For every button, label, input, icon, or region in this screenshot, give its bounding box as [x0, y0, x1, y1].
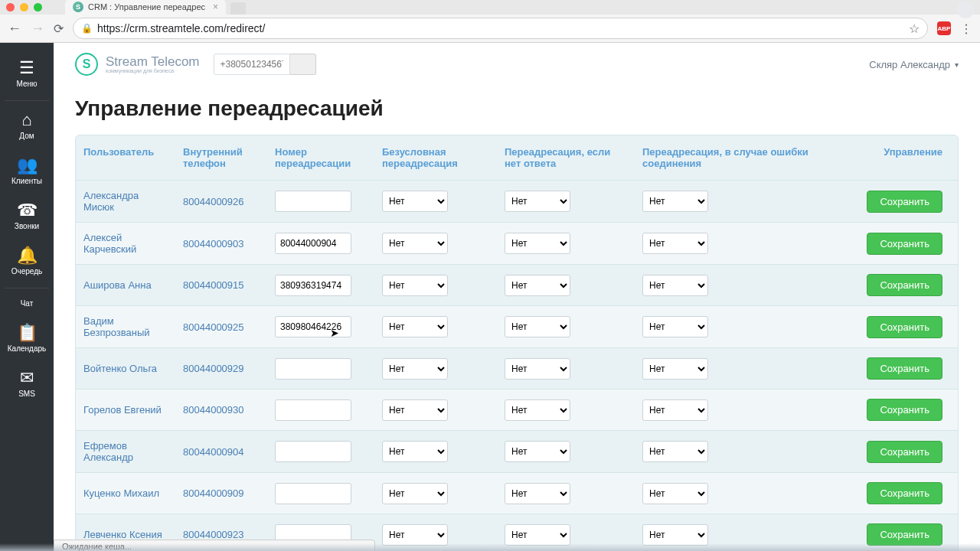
col-user: Пользователь: [76, 135, 175, 180]
sidebar-item-calendar[interactable]: 📋 Календарь: [0, 317, 54, 362]
unconditional-select[interactable]: Нет: [382, 191, 448, 212]
redirect-number-input[interactable]: [275, 483, 351, 504]
redirect-number-input[interactable]: [275, 233, 351, 254]
sidebar-item-home[interactable]: ⌂ Дом: [0, 104, 54, 149]
save-button[interactable]: Сохранить: [867, 191, 942, 213]
reload-icon[interactable]: ⟳: [54, 21, 64, 36]
ext-phone[interactable]: 80044000926: [183, 196, 244, 207]
user-link[interactable]: Аширова Анна: [83, 279, 152, 291]
phone-search-button[interactable]: [290, 54, 316, 75]
redirect-number-input[interactable]: [275, 358, 351, 380]
ext-phone[interactable]: 80044000904: [183, 446, 244, 458]
address-bar[interactable]: 🔒 https://crm.streamtele.com/redirect/ ☆: [73, 18, 928, 39]
error-select[interactable]: Нет: [642, 483, 708, 504]
sidebar-item-chat[interactable]: Чат: [0, 292, 54, 317]
save-button[interactable]: Сохранить: [867, 357, 942, 380]
unconditional-select[interactable]: Нет: [382, 233, 448, 254]
redirect-number-input[interactable]: [275, 275, 351, 296]
error-select[interactable]: Нет: [642, 358, 708, 380]
user-link[interactable]: Горелов Евгений: [83, 404, 162, 416]
sidebar-item-label: Календарь: [8, 344, 46, 353]
noanswer-select[interactable]: Нет: [505, 191, 570, 212]
save-button[interactable]: Сохранить: [867, 274, 942, 296]
nav-back-icon[interactable]: ←: [8, 21, 21, 37]
nav-forward-icon: →: [31, 21, 44, 37]
error-select[interactable]: Нет: [642, 191, 708, 212]
error-select[interactable]: Нет: [642, 399, 708, 421]
user-link[interactable]: Ефремов Александр: [83, 440, 133, 463]
user-link[interactable]: Войтенко Ольга: [83, 363, 157, 374]
sidebar: ☰ Меню ⌂ Дом 👥 Клиенты ☎ Звонки 🔔 Очеред…: [0, 43, 54, 551]
sidebar-item-menu[interactable]: ☰ Меню: [0, 52, 54, 97]
logo-icon: [75, 53, 98, 76]
new-tab-button[interactable]: [230, 2, 246, 15]
error-select[interactable]: Нет: [642, 316, 708, 337]
redirect-number-input[interactable]: [275, 399, 351, 421]
error-select[interactable]: Нет: [642, 275, 708, 296]
save-button[interactable]: Сохранить: [867, 316, 942, 338]
browser-menu-icon[interactable]: ⋯: [959, 22, 974, 34]
ext-phone[interactable]: 80044000923: [183, 529, 244, 540]
table-row: Войтенко Ольга80044000929НетНетНетСохран…: [76, 347, 958, 389]
user-menu[interactable]: Скляр Александр ▾: [869, 59, 959, 70]
browser-tab[interactable]: S CRM : Управление переадрес ×: [65, 0, 226, 15]
ext-phone[interactable]: 80044000903: [183, 238, 244, 249]
unconditional-select[interactable]: Нет: [382, 441, 448, 462]
user-link[interactable]: Вадим Безпрозваный: [83, 315, 150, 338]
phone-search-input[interactable]: [214, 54, 290, 75]
noanswer-select[interactable]: Нет: [505, 483, 570, 504]
sidebar-item-calls[interactable]: ☎ Звонки: [0, 194, 54, 240]
noanswer-select[interactable]: Нет: [505, 441, 570, 462]
error-select[interactable]: Нет: [642, 233, 708, 254]
user-link[interactable]: Левченко Ксения: [83, 529, 162, 540]
unconditional-select[interactable]: Нет: [382, 483, 448, 504]
sidebar-item-clients[interactable]: 👥 Клиенты: [0, 149, 54, 194]
window-maximize-icon[interactable]: [34, 3, 42, 11]
unconditional-select[interactable]: Нет: [382, 275, 448, 296]
col-manage: Управление: [834, 135, 958, 180]
table-row: Аширова Анна80044000915НетНетНетСохранит…: [76, 264, 958, 305]
save-button[interactable]: Сохранить: [867, 233, 942, 255]
adblock-icon[interactable]: ABP: [937, 21, 951, 35]
noanswer-select[interactable]: Нет: [505, 275, 570, 296]
user-link[interactable]: Александра Мисюк: [83, 190, 139, 213]
sidebar-item-queue[interactable]: 🔔 Очередь: [0, 240, 54, 285]
noanswer-select[interactable]: Нет: [505, 233, 570, 254]
noanswer-select[interactable]: Нет: [505, 358, 570, 380]
browser-profile-icon[interactable]: [957, 2, 974, 18]
unconditional-select[interactable]: Нет: [382, 524, 448, 546]
ext-phone[interactable]: 80044000925: [183, 321, 244, 333]
save-button[interactable]: Сохранить: [867, 523, 942, 546]
dock-strip: [0, 543, 980, 551]
save-button[interactable]: Сохранить: [867, 441, 942, 463]
unconditional-select[interactable]: Нет: [382, 316, 448, 337]
bookmark-star-icon[interactable]: ☆: [909, 21, 920, 36]
user-link[interactable]: Куценко Михаил: [83, 487, 159, 499]
error-select[interactable]: Нет: [642, 524, 708, 546]
noanswer-select[interactable]: Нет: [505, 399, 570, 421]
redirect-number-input[interactable]: [275, 191, 351, 212]
error-select[interactable]: Нет: [642, 441, 708, 462]
window-close-icon[interactable]: [6, 3, 15, 11]
redirect-number-input[interactable]: [275, 441, 351, 462]
browser-toolbar: ← → ⟳ 🔒 https://crm.streamtele.com/redir…: [0, 15, 980, 43]
user-name: Скляр Александр: [869, 59, 950, 70]
ext-phone[interactable]: 80044000929: [183, 363, 244, 374]
logo[interactable]: Stream Telecom коммуникации для бизнеса: [75, 53, 200, 76]
unconditional-select[interactable]: Нет: [382, 399, 448, 421]
redirect-number-input[interactable]: [275, 316, 351, 337]
window-minimize-icon[interactable]: [20, 3, 28, 11]
tab-close-icon[interactable]: ×: [213, 2, 218, 12]
sidebar-item-sms[interactable]: ✉ SMS: [0, 362, 54, 407]
lock-icon: 🔒: [81, 23, 93, 34]
noanswer-select[interactable]: Нет: [505, 316, 570, 337]
sidebar-item-label: Клиенты: [11, 177, 42, 185]
save-button[interactable]: Сохранить: [867, 399, 942, 421]
user-link[interactable]: Алексей Карчевский: [83, 232, 136, 255]
noanswer-select[interactable]: Нет: [505, 524, 570, 546]
save-button[interactable]: Сохранить: [867, 482, 942, 504]
unconditional-select[interactable]: Нет: [382, 358, 448, 380]
ext-phone[interactable]: 80044000909: [183, 487, 244, 499]
ext-phone[interactable]: 80044000930: [183, 404, 244, 416]
ext-phone[interactable]: 80044000915: [183, 279, 244, 291]
